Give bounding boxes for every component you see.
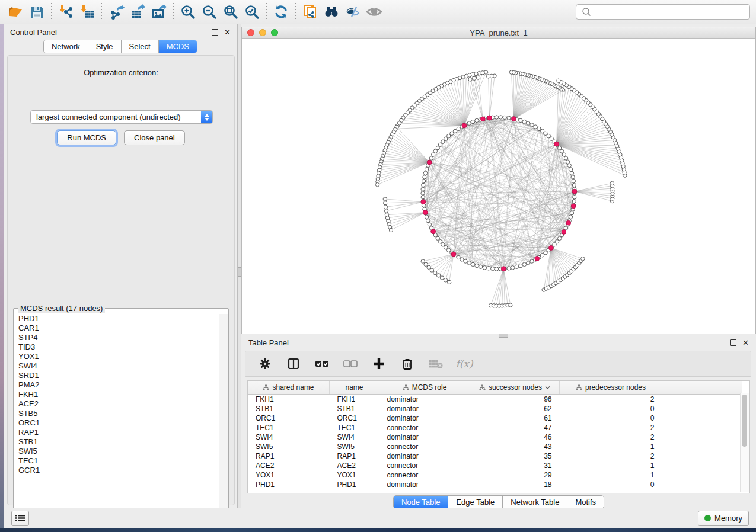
mcds-node[interactable] [571,204,576,209]
table-scrollbar-thumb[interactable] [742,395,747,447]
tab-select[interactable]: Select [122,40,159,53]
network-node[interactable] [610,181,614,185]
network-node[interactable] [467,261,471,265]
mcds-result-item[interactable]: PHD1 [18,314,219,323]
table-row[interactable]: TEC1TEC1connector472 [248,423,742,432]
network-node[interactable] [457,255,460,259]
network-node[interactable] [447,280,451,284]
node-data-table[interactable]: shared namenameMCDS rolesuccessor nodesp… [248,381,742,489]
table-row[interactable]: RAP1RAP1dominator352 [248,451,742,461]
network-node[interactable] [475,264,479,267]
network-node[interactable] [433,149,437,153]
network-node[interactable] [441,243,445,246]
network-node[interactable] [384,201,387,205]
show-hidden-button[interactable] [363,2,385,21]
table-settings-button[interactable] [257,356,273,371]
export-table-button[interactable] [127,2,148,21]
select-all-button[interactable] [314,356,330,371]
network-node[interactable] [471,262,474,266]
network-node[interactable] [530,123,534,127]
network-node[interactable] [422,183,425,187]
mcds-node[interactable] [462,123,467,128]
network-node[interactable] [527,261,530,265]
network-node[interactable] [436,274,440,277]
network-node[interactable] [450,132,454,135]
network-node[interactable] [440,276,444,280]
close-panel-icon[interactable]: ✕ [742,340,749,345]
horizontal-splitter-handle[interactable] [499,334,508,338]
export-network-button[interactable] [106,2,127,21]
zoom-fit-button[interactable] [220,2,241,21]
mcds-node[interactable] [427,160,432,165]
network-node[interactable] [527,121,530,125]
network-node[interactable] [491,267,495,270]
table-row[interactable]: ORC1ORC1dominator610 [248,414,742,423]
network-node[interactable] [569,168,572,171]
table-row[interactable]: FKH1FKH1dominator962 [248,395,742,405]
zoom-out-button[interactable] [199,2,220,21]
network-node[interactable] [421,196,425,199]
network-node[interactable] [444,278,447,282]
mcds-node[interactable] [421,200,426,204]
tab-network-table[interactable]: Network Table [503,496,567,508]
network-node[interactable] [558,236,562,240]
float-panel-icon[interactable] [730,339,736,346]
network-node[interactable] [515,265,518,268]
network-node[interactable] [476,76,480,79]
network-node[interactable] [509,70,513,74]
network-node[interactable] [423,175,426,179]
mcds-node[interactable] [572,189,577,194]
network-node[interactable] [537,127,541,130]
network-node[interactable] [495,116,498,119]
mcds-result-item[interactable]: CAR1 [18,323,219,333]
mcds-result-item[interactable]: SWI4 [18,361,219,371]
mcds-result-item[interactable]: PMA2 [18,380,219,390]
network-node[interactable] [375,183,379,187]
column-header-MCDS-role[interactable]: MCDS role [379,381,470,395]
network-node[interactable] [534,125,537,129]
mcds-node[interactable] [481,117,486,121]
mcds-node[interactable] [423,210,428,215]
network-node[interactable] [562,153,566,156]
show-panels-button[interactable] [11,511,29,526]
network-node[interactable] [427,265,430,269]
network-node[interactable] [572,183,576,187]
tab-edge-table[interactable]: Edge Table [448,496,503,508]
export-image-button[interactable] [148,2,170,21]
network-node[interactable] [519,264,522,267]
mcds-result-item[interactable]: TEC1 [18,456,219,466]
column-header-name[interactable]: name [330,381,379,395]
clone-network-button[interactable] [299,2,321,21]
network-node[interactable] [479,265,482,268]
mcds-result-item[interactable]: TID3 [18,342,219,352]
tab-network[interactable]: Network [44,40,88,53]
network-node[interactable] [519,118,522,122]
mcds-node[interactable] [549,246,554,251]
close-panel-button[interactable]: Close panel [124,130,185,145]
network-node[interactable] [424,262,428,266]
network-node[interactable] [572,199,576,203]
open-session-button[interactable] [5,2,26,21]
network-node[interactable] [570,211,573,215]
network-node[interactable] [569,215,572,219]
mcds-node[interactable] [501,267,506,271]
network-node[interactable] [507,116,511,120]
add-column-button[interactable] [371,356,387,371]
network-node[interactable] [438,143,442,146]
network-node[interactable] [432,153,435,156]
network-node[interactable] [383,197,387,201]
table-row[interactable]: SWI4SWI4dominator462 [248,432,742,442]
mcds-result-item[interactable]: YOX1 [18,352,219,361]
network-node[interactable] [421,187,425,191]
zoom-selected-button[interactable] [241,2,263,21]
network-node[interactable] [522,262,526,266]
mcds-node[interactable] [535,257,540,261]
import-table-button[interactable] [76,2,98,21]
mcds-node[interactable] [512,117,516,121]
hide-selected-button[interactable] [342,2,363,21]
network-node[interactable] [384,205,387,209]
delete-columns-button[interactable] [400,356,415,371]
network-node[interactable] [509,303,512,307]
table-row[interactable]: YOX1YOX1connector291 [248,470,742,480]
network-node[interactable] [557,79,560,82]
